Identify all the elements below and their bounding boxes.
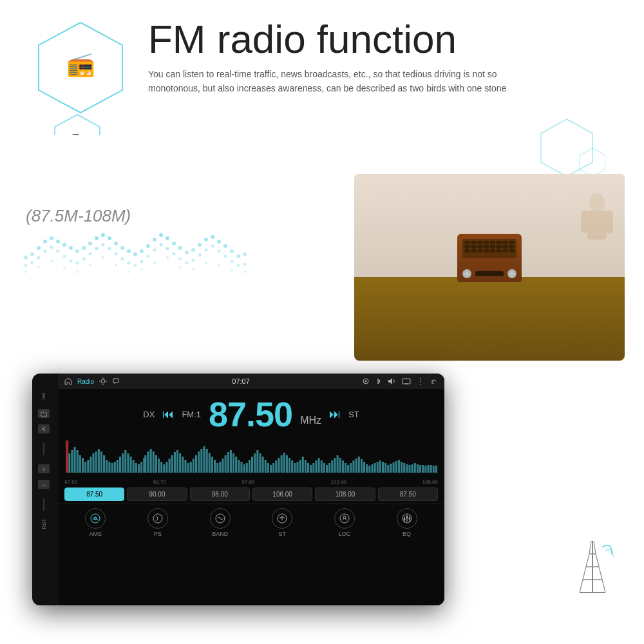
svg-rect-125 (108, 462, 110, 473)
svg-rect-188 (272, 463, 274, 473)
freq-labels: 87.50 92.70 97.80 102.90 108.00 (58, 479, 444, 485)
next-track-button[interactable]: ⏭ (329, 408, 341, 421)
svg-rect-119 (93, 453, 95, 473)
func-ps[interactable]: PS (147, 508, 168, 537)
freq-label-2: 92.70 (153, 479, 166, 485)
svg-rect-97 (605, 211, 613, 233)
svg-rect-187 (270, 465, 272, 473)
svg-point-20 (114, 242, 118, 245)
svg-point-58 (134, 264, 137, 267)
radio-dial (475, 271, 504, 276)
svg-point-71 (218, 250, 221, 253)
svg-rect-162 (203, 446, 205, 473)
preset-6[interactable]: 87.50 (378, 488, 438, 501)
room-table (354, 277, 625, 361)
svg-rect-176 (240, 462, 242, 473)
svg-point-9 (43, 240, 47, 243)
svg-point-18 (101, 233, 105, 237)
svg-point-25 (146, 244, 150, 248)
vol-up-button[interactable]: + (38, 464, 50, 473)
frequency-range: (87.5M-108M) (26, 206, 131, 226)
svg-rect-185 (265, 460, 267, 473)
svg-rect-178 (246, 463, 248, 473)
svg-rect-210 (331, 460, 333, 473)
func-ams[interactable]: AMS (85, 508, 106, 537)
func-loc[interactable]: LOC (334, 508, 355, 537)
preset-3[interactable]: 98.00 (190, 488, 250, 501)
svg-point-49 (76, 261, 79, 265)
svg-rect-221 (361, 459, 363, 473)
svg-marker-103 (113, 379, 118, 384)
svg-rect-196 (294, 463, 296, 473)
svg-rect-237 (403, 463, 405, 473)
func-eq[interactable]: EQ (397, 508, 417, 537)
svg-point-35 (211, 235, 214, 239)
svg-rect-223 (366, 464, 368, 473)
svg-rect-141 (147, 451, 149, 473)
svg-rect-107 (402, 379, 410, 384)
func-st[interactable]: ST (272, 508, 292, 537)
spectrum-display (64, 437, 438, 476)
svg-point-12 (62, 243, 66, 247)
svg-point-86 (153, 261, 156, 264)
preset-2[interactable]: 90.00 (127, 488, 187, 501)
preset-1[interactable]: 87.50 (64, 488, 124, 501)
svg-point-10 (50, 236, 53, 240)
radio-speaker (462, 239, 516, 258)
svg-rect-151 (174, 452, 176, 473)
prev-track-button[interactable]: ⏮ (162, 408, 174, 421)
svg-point-45 (50, 246, 53, 249)
svg-rect-173 (232, 453, 234, 473)
svg-text:7.: 7. (72, 131, 83, 135)
svg-line-276 (596, 554, 599, 567)
svg-point-46 (57, 250, 60, 253)
function-row: AMS PS BAND (58, 504, 444, 541)
svg-rect-249 (435, 466, 437, 473)
svg-rect-96 (581, 211, 589, 233)
svg-point-47 (63, 255, 66, 258)
volume-icon (388, 377, 397, 385)
svg-rect-214 (342, 460, 344, 473)
home-icon (64, 377, 72, 385)
svg-line-278 (594, 541, 596, 554)
frequency-unit: MHz (300, 415, 321, 426)
back-button[interactable] (38, 424, 50, 433)
svg-rect-212 (337, 455, 339, 473)
svg-point-265 (403, 518, 405, 520)
svg-point-257 (343, 516, 346, 518)
func-band[interactable]: BAND (210, 508, 231, 537)
preset-5[interactable]: 108.00 (315, 488, 375, 501)
svg-point-91 (218, 264, 220, 267)
svg-rect-158 (193, 459, 194, 473)
svg-rect-247 (430, 465, 432, 473)
svg-point-80 (76, 270, 79, 273)
svg-point-53 (102, 243, 105, 247)
svg-rect-220 (358, 457, 360, 473)
svg-rect-202 (310, 465, 312, 473)
svg-point-6 (24, 256, 28, 260)
svg-point-8 (37, 246, 41, 250)
svg-rect-240 (412, 464, 413, 473)
brightness-icon (99, 377, 107, 385)
svg-point-54 (108, 247, 111, 251)
svg-point-7 (30, 252, 34, 256)
power-button[interactable] (38, 409, 50, 418)
rst-label: RST (41, 516, 47, 529)
svg-rect-155 (184, 460, 186, 473)
feature-title: FM radio function (148, 19, 625, 59)
more-icon[interactable]: ⋮ (416, 376, 425, 386)
vol-down-button[interactable]: – (38, 480, 50, 489)
svg-rect-145 (158, 459, 160, 473)
svg-point-59 (140, 260, 144, 263)
svg-rect-204 (315, 460, 317, 473)
preset-4[interactable]: 106.00 (252, 488, 312, 501)
svg-rect-215 (345, 463, 346, 473)
svg-rect-231 (387, 465, 389, 473)
svg-rect-189 (275, 460, 277, 473)
ams-icon (85, 508, 106, 529)
svg-rect-163 (206, 449, 208, 473)
svg-rect-169 (222, 459, 223, 473)
svg-point-85 (140, 268, 143, 270)
svg-rect-157 (190, 462, 192, 473)
svg-point-27 (159, 233, 163, 237)
